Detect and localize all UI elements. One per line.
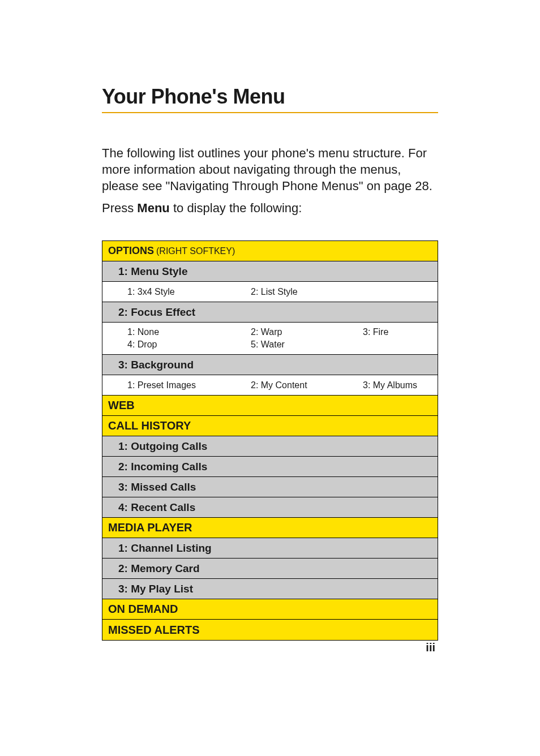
media-player-item: 3: My Play List	[102, 579, 438, 599]
call-history-item: 2: Incoming Calls	[102, 457, 438, 477]
menu-style-cols: 1: 3x4 Style 2: List Style	[108, 286, 451, 298]
option-cell: 5: Water	[251, 338, 358, 351]
options-header-suffix: (RIGHT SOFTKEY)	[156, 246, 235, 256]
page-title: Your Phone's Menu	[102, 85, 438, 109]
on-demand-header: ON DEMAND	[102, 599, 438, 620]
option-cell: 3: My Albums	[363, 379, 459, 392]
intro-text: The following list outlines your phone's…	[102, 145, 438, 194]
press-instruction: Press Menu to display the following:	[102, 201, 438, 216]
background-header: 3: Background	[102, 355, 438, 375]
background-cols: 1: Preset Images 2: My Content 3: My Alb…	[108, 379, 451, 392]
option-cell: 1: Preset Images	[127, 379, 246, 392]
option-cell	[363, 286, 459, 298]
missed-alerts-header: MISSED ALERTS	[102, 620, 438, 640]
focus-effect-header: 2: Focus Effect	[102, 302, 438, 323]
options-header-row: OPTIONS (RIGHT SOFTKEY)	[102, 241, 438, 261]
option-cell: 2: List Style	[251, 286, 358, 298]
option-cell: 1: None	[127, 326, 246, 338]
page-number: iii	[426, 641, 435, 654]
press-suffix: to display the following:	[170, 201, 302, 215]
intro-paragraph: The following list outlines your phone's…	[102, 145, 438, 194]
menu-style-options: 1: 3x4 Style 2: List Style	[102, 282, 438, 302]
press-prefix: Press	[102, 201, 137, 215]
media-player-item: 2: Memory Card	[102, 559, 438, 579]
option-cell	[363, 338, 459, 351]
media-player-header: MEDIA PLAYER	[102, 518, 438, 538]
option-cell: 3: Fire	[363, 326, 459, 338]
option-cell: 4: Drop	[127, 338, 246, 351]
call-history-item: 4: Recent Calls	[102, 497, 438, 518]
call-history-header: CALL HISTORY	[102, 416, 438, 436]
menu-table: OPTIONS (RIGHT SOFTKEY) 1: Menu Style 1:…	[102, 240, 438, 641]
call-history-item: 1: Outgoing Calls	[102, 436, 438, 457]
document-page: Your Phone's Menu The following list out…	[0, 0, 540, 756]
option-cell: 2: Warp	[251, 326, 358, 338]
focus-effect-cols: 1: None 2: Warp 3: Fire 4: Drop 5: Water	[108, 326, 451, 351]
web-header: WEB	[102, 396, 438, 416]
menu-style-header: 1: Menu Style	[102, 261, 438, 282]
call-history-item: 3: Missed Calls	[102, 477, 438, 497]
option-cell: 2: My Content	[251, 379, 358, 392]
options-header-label: OPTIONS	[108, 245, 154, 257]
media-player-item: 1: Channel Listing	[102, 538, 438, 559]
focus-effect-options: 1: None 2: Warp 3: Fire 4: Drop 5: Water	[102, 323, 438, 355]
title-rule	[102, 112, 438, 113]
background-options: 1: Preset Images 2: My Content 3: My Alb…	[102, 375, 438, 396]
press-bold: Menu	[137, 201, 169, 215]
option-cell: 1: 3x4 Style	[127, 286, 246, 298]
